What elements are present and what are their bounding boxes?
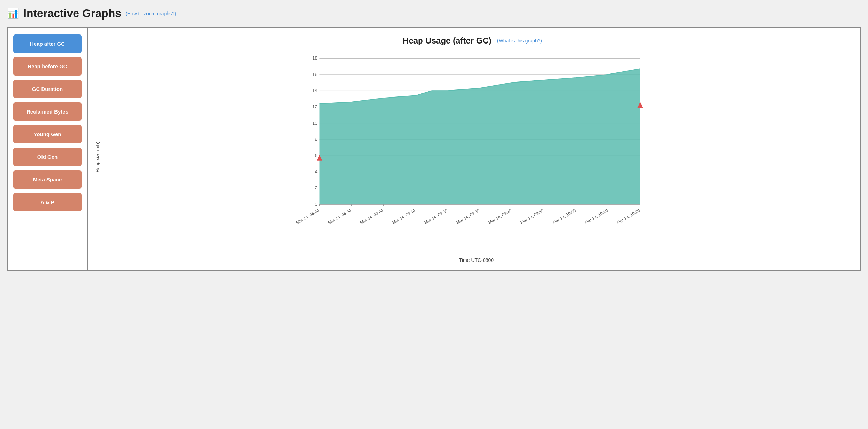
bar-chart-icon: 📊 bbox=[7, 8, 19, 19]
chart-title: Heap Usage (after GC) bbox=[403, 36, 492, 46]
x-axis-label: Time UTC-0800 bbox=[103, 257, 850, 263]
sidebar-btn-a-and-p[interactable]: A & P bbox=[13, 193, 82, 211]
chart-inner: 024681012141618Mar 14, 08:40Mar 14, 08:5… bbox=[103, 51, 850, 263]
chart-area: Heap Usage (after GC) (What is this grap… bbox=[88, 28, 860, 270]
svg-text:Mar 14, 09:10: Mar 14, 09:10 bbox=[391, 208, 416, 225]
svg-text:Mar 14, 10:10: Mar 14, 10:10 bbox=[584, 208, 609, 225]
svg-text:Mar 14, 10:20: Mar 14, 10:20 bbox=[616, 208, 641, 225]
sidebar-btn-heap-before-gc[interactable]: Heap before GC bbox=[13, 57, 82, 76]
chart-header: Heap Usage (after GC) (What is this grap… bbox=[95, 36, 850, 46]
svg-text:Mar 14, 08:40: Mar 14, 08:40 bbox=[295, 208, 320, 225]
svg-text:8: 8 bbox=[315, 136, 317, 142]
what-is-graph-link[interactable]: (What is this graph?) bbox=[497, 38, 542, 44]
sidebar-btn-young-gen[interactable]: Young Gen bbox=[13, 125, 82, 143]
svg-text:Mar 14, 10:00: Mar 14, 10:00 bbox=[552, 208, 577, 225]
svg-text:16: 16 bbox=[312, 72, 317, 77]
svg-text:Mar 14, 09:00: Mar 14, 09:00 bbox=[359, 208, 384, 225]
svg-text:Mar 14, 08:50: Mar 14, 08:50 bbox=[327, 208, 352, 225]
chart-svg: 024681012141618Mar 14, 08:40Mar 14, 08:5… bbox=[103, 51, 850, 232]
svg-text:10: 10 bbox=[312, 120, 317, 126]
svg-text:4: 4 bbox=[315, 169, 317, 174]
svg-text:12: 12 bbox=[312, 104, 317, 109]
page-title: Interactive Graphs bbox=[23, 7, 121, 20]
svg-text:18: 18 bbox=[312, 55, 317, 61]
page-header: 📊 Interactive Graphs (How to zoom graphs… bbox=[7, 7, 861, 20]
sidebar: Heap after GCHeap before GCGC DurationRe… bbox=[8, 28, 88, 270]
sidebar-btn-gc-duration[interactable]: GC Duration bbox=[13, 80, 82, 98]
svg-text:6: 6 bbox=[315, 153, 317, 158]
svg-text:Mar 14, 09:20: Mar 14, 09:20 bbox=[424, 208, 448, 225]
sidebar-btn-meta-space[interactable]: Meta Space bbox=[13, 170, 82, 189]
svg-marker-20 bbox=[320, 69, 640, 204]
y-axis-label: Heap size (mb) bbox=[95, 51, 100, 263]
sidebar-btn-old-gen[interactable]: Old Gen bbox=[13, 148, 82, 166]
sidebar-btn-heap-after-gc[interactable]: Heap after GC bbox=[13, 34, 82, 53]
svg-text:Mar 14, 09:50: Mar 14, 09:50 bbox=[520, 208, 545, 225]
svg-text:Mar 14, 09:40: Mar 14, 09:40 bbox=[488, 208, 512, 225]
graph-wrapper: Heap size (mb) 024681012141618Mar 14, 08… bbox=[95, 51, 850, 263]
zoom-link[interactable]: (How to zoom graphs?) bbox=[125, 11, 176, 16]
svg-container: 024681012141618Mar 14, 08:40Mar 14, 08:5… bbox=[103, 51, 850, 255]
main-container: Heap after GCHeap before GCGC DurationRe… bbox=[7, 27, 861, 271]
svg-text:14: 14 bbox=[312, 88, 317, 93]
sidebar-btn-reclaimed-bytes[interactable]: Reclaimed Bytes bbox=[13, 102, 82, 121]
svg-text:Mar 14, 09:30: Mar 14, 09:30 bbox=[456, 208, 480, 225]
svg-text:0: 0 bbox=[315, 202, 317, 207]
svg-text:2: 2 bbox=[315, 185, 317, 190]
